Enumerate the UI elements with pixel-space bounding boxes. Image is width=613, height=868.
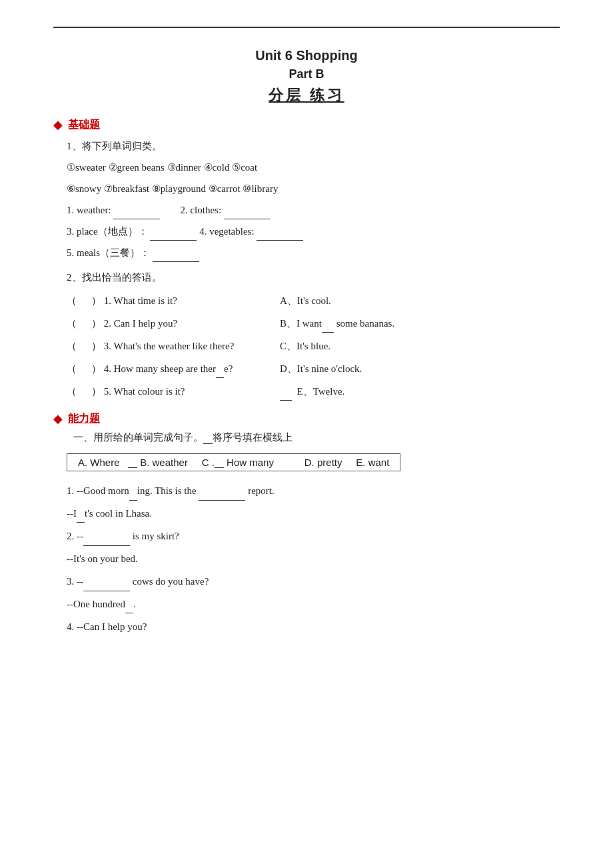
match-table: （ ） 1. What time is it? A、It's cool. （ ）… [67,292,560,401]
paren-close-5: ） [91,383,101,401]
match-answer-4: D、It's nine o'clock. [280,360,560,378]
match-row-2: （ ） 2. Can I help you? B、I want some ban… [67,315,560,333]
fill-q2: 2. -- is my skirt? [67,527,560,546]
q2-num-2: 2. Can I help you? [101,315,177,333]
basic-section-label: 基础题 [68,118,100,132]
title-chinese: 分层 练习 [53,85,560,105]
title-section: Unit 6 Shopping Part B 分层 练习 [53,48,560,105]
q2-intro: 2、找出恰当的答语。 [67,269,560,287]
q2-num-3: 3. What's the weather like there? [101,337,234,355]
match-answer-2: B、I want some bananas. [280,315,560,333]
cat5-label: 5. meals（三餐）： [67,247,150,258]
match-blank-3[interactable] [77,337,91,355]
cat1-label: 1. weather: [67,205,111,215]
match-answer-5: E、Twelve. [280,383,560,401]
fill-blank-2[interactable] [83,537,130,546]
match-row-3: （ ） 3. What's the weather like there? C、… [67,337,560,355]
fill-q1: 1. --Good morning. This is the report. [67,481,560,501]
fill-a2: --It's on your bed. [67,549,560,569]
paren-open-4: （ [67,360,77,378]
ability-content: 一、用所给的单词完成句子。将序号填在横线上 A. Where B. weathe… [67,431,560,637]
category-row-1: 1. weather: 2. clothes: [67,201,560,219]
match-blank-2[interactable] [77,315,91,333]
fill-q3: 3. -- cows do you have? [67,572,560,591]
top-divider [53,27,560,28]
match-row-1: （ ） 1. What time is it? A、It's cool. [67,292,560,310]
match-answer-1: A、It's cool. [280,292,560,310]
paren-close-1: ） [91,292,101,310]
fill-q4: 4. --Can I help you? [67,617,560,637]
q1-intro: 1、将下列单词归类。 [67,137,560,155]
cat4-label: 4. vegetables: [199,226,254,237]
cat5-blank[interactable] [153,253,199,262]
q2-num-4: 4. How many sheep are there? [101,360,233,378]
paren-open-2: （ [67,315,77,333]
word-box: A. Where B. weather C . How many D. pret… [67,453,400,471]
match-blank-1[interactable] [77,292,91,310]
match-answer-3: C、It's blue. [280,337,560,355]
cat2-blank[interactable] [224,210,271,219]
q1-words-line1: ①sweater ②green beans ③dinner ④cold ⑤coa… [67,159,560,177]
cat4-blank[interactable] [257,231,303,241]
category-row-3: 5. meals（三餐）： [67,244,560,262]
fill-blank-1[interactable] [199,491,245,501]
match-blank-4[interactable] [77,360,91,378]
paren-close-2: ） [91,315,101,333]
q1-words-line2: ⑥snowy ⑦breakfast ⑧playground ⑨carrot ⑩l… [67,180,560,198]
match-blank-5[interactable] [77,383,91,401]
cat1-blank[interactable] [113,210,160,219]
title-main: Unit 6 Shopping [53,48,560,63]
ability-sub-title: 一、用所给的单词完成句子。将序号填在横线上 [73,431,560,444]
fill-blank-3[interactable] [83,582,130,591]
fill-a3: --One hundred. [67,595,560,614]
basic-section-header: ◆ 基础题 [53,117,560,132]
paren-open-3: （ [67,337,77,355]
cat3-blank[interactable] [150,231,197,241]
cat3-label: 3. place（地点）： [67,226,148,237]
paren-open-5: （ [67,383,77,401]
basic-content: 1、将下列单词归类。 ①sweater ②green beans ③dinner… [67,137,560,401]
diamond-icon-2: ◆ [53,411,63,426]
cat2-label: 2. clothes: [180,205,221,215]
paren-close-3: ） [91,337,101,355]
q2-num-5: 5. What colour is it? [101,383,185,401]
category-row-2: 3. place（地点）： 4. vegetables: [67,223,560,241]
q2-num-1: 1. What time is it? [101,292,177,310]
fill-a1: --It's cool in Lhasa. [67,504,560,523]
paren-close-4: ） [91,360,101,378]
ability-section-header: ◆ 能力题 [53,411,560,426]
match-row-4: （ ） 4. How many sheep are there? D、It's … [67,360,560,378]
paren-open-1: （ [67,292,77,310]
title-sub: Part B [53,67,560,81]
ability-section-label: 能力题 [68,412,100,426]
diamond-icon: ◆ [53,117,63,132]
match-row-5: （ ） 5. What colour is it? E、Twelve. [67,383,560,401]
